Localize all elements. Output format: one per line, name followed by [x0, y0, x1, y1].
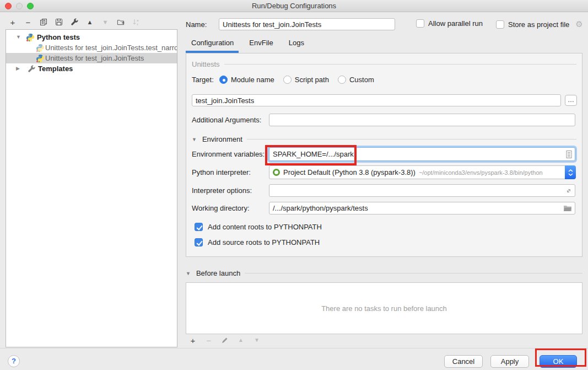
sort-alpha-icon: a z — [132, 18, 140, 26]
tree-item-unittests-jointests-selected[interactable]: Unittests for test_join.JoinTests — [6, 53, 177, 63]
cancel-button[interactable]: Cancel — [444, 355, 483, 368]
folder-icon[interactable] — [563, 205, 572, 212]
environment-variables-row: Environment variables: — [192, 147, 575, 161]
browse-module-button[interactable]: … — [565, 95, 577, 106]
new-folder-button[interactable] — [116, 18, 125, 26]
section-label: Environment — [202, 135, 242, 143]
remove-configuration-button[interactable]: − — [24, 18, 33, 26]
radio-module-name[interactable]: Module name — [219, 76, 274, 84]
empty-tasks-message: There are no tasks to run before launch — [321, 304, 447, 313]
folder-add-icon — [117, 18, 125, 26]
radio-button[interactable] — [338, 76, 346, 84]
radio-button[interactable] — [219, 76, 228, 84]
tree-item-python-tests[interactable]: ▼ Python tests — [6, 32, 177, 42]
working-directory-input[interactable] — [269, 202, 575, 215]
edit-templates-button[interactable] — [70, 18, 79, 26]
radio-label: Script path — [295, 76, 329, 84]
radio-label: Custom — [349, 76, 374, 84]
run-debug-configurations-dialog: Run/Debug Configurations + − ▲ ▼ — [0, 0, 588, 370]
minimize-button[interactable] — [16, 3, 23, 9]
move-task-up-button[interactable]: ▲ — [236, 336, 245, 345]
before-launch-header[interactable]: ▼ Before launch — [186, 269, 582, 277]
environment-section-header[interactable]: ▼ Environment — [192, 135, 576, 143]
close-button[interactable] — [5, 3, 12, 9]
additional-arguments-input[interactable] — [269, 114, 575, 126]
configurations-tree: ▼ Python tests Unittests for test_joi — [6, 29, 177, 347]
tab-envfile[interactable]: EnvFile — [249, 39, 273, 50]
tree-item-label: Templates — [38, 63, 73, 74]
save-configuration-button[interactable] — [55, 18, 63, 26]
tree-item-unittests-test-narrow[interactable]: Unittests for test_join.JoinTests.test_n… — [6, 42, 177, 53]
python-test-config-icon — [36, 53, 45, 63]
content-roots-checkbox[interactable]: Add content roots to PYTHONPATH — [195, 223, 322, 231]
environment-variables-input[interactable] — [269, 147, 575, 161]
gear-icon[interactable]: ⚙ — [575, 19, 582, 29]
tree-item-label: Unittests for test_join.JoinTests — [45, 53, 144, 63]
name-input[interactable] — [219, 18, 395, 30]
tree-item-label: Python tests — [37, 32, 80, 42]
sort-configurations-button[interactable]: a z — [132, 18, 141, 26]
source-roots-checkbox[interactable]: Add source roots to PYTHONPATH — [195, 238, 320, 246]
before-launch-tasks-list: There are no tasks to run before launch — [186, 282, 582, 334]
add-task-button[interactable]: + — [188, 336, 197, 345]
remove-task-button[interactable]: − — [204, 336, 213, 345]
checkbox-label: Add source roots to PYTHONPATH — [208, 238, 320, 246]
target-row: Target: Module name Script path Custom — [192, 76, 383, 84]
module-name-input[interactable] — [192, 94, 561, 106]
additional-arguments-row: Additional Arguments: — [192, 113, 575, 127]
edit-task-button[interactable] — [220, 336, 229, 345]
interpreter-options-input[interactable] — [269, 184, 575, 197]
move-task-down-button[interactable]: ▼ — [252, 336, 261, 345]
move-down-button[interactable]: ▼ — [101, 18, 110, 26]
tree-item-label: Unittests for test_join.JoinTests.test_n… — [45, 42, 177, 53]
save-icon — [55, 18, 63, 26]
tab-logs[interactable]: Logs — [289, 39, 304, 50]
checkbox-box[interactable] — [195, 223, 203, 231]
environment-variables-label: Environment variables: — [192, 150, 269, 158]
group-label: Unittests — [192, 60, 220, 68]
svg-text:a: a — [137, 19, 139, 22]
collapse-icon[interactable]: ▼ — [192, 137, 197, 142]
allow-parallel-run-checkbox[interactable]: Allow parallel run — [416, 19, 483, 28]
add-configuration-button[interactable]: + — [8, 18, 17, 26]
additional-arguments-label: Additional Arguments: — [192, 116, 269, 124]
python-tests-icon — [26, 32, 35, 42]
collapse-icon[interactable]: ▼ — [186, 271, 191, 276]
expand-icon[interactable]: ▶ — [16, 63, 20, 74]
checkbox-box[interactable] — [416, 19, 424, 28]
expand-collapse-icon[interactable]: ▼ — [16, 32, 21, 42]
ok-button[interactable]: OK — [540, 355, 577, 368]
apply-button[interactable]: Apply — [490, 355, 529, 368]
python-interpreter-select[interactable]: Project Default (Python 3.8 (pyspark-3.8… — [269, 165, 575, 179]
copy-configuration-button[interactable] — [39, 18, 48, 26]
tab-configuration[interactable]: Configuration — [191, 39, 234, 50]
chevron-up-down-icon[interactable] — [565, 165, 576, 179]
python-interpreter-label: Python interpreter: — [192, 168, 269, 176]
edit-variables-icon[interactable] — [566, 151, 572, 158]
store-as-project-file-checkbox[interactable]: Store as project file ⚙ — [496, 19, 583, 29]
unittests-group-header: Unittests — [192, 60, 576, 68]
interpreter-options-label: Interpreter options: — [192, 186, 269, 195]
interpreter-path: ~/opt/miniconda3/envs/pyspark-3.8/bin/py… — [419, 169, 543, 176]
radio-script-path[interactable]: Script path — [283, 76, 329, 84]
checkbox-box[interactable] — [496, 20, 504, 29]
expand-field-icon[interactable] — [565, 187, 572, 194]
divider — [245, 273, 582, 274]
configuration-panel: Unittests Target: Module name Script pat… — [186, 53, 582, 257]
title-bar: Run/Debug Configurations — [0, 0, 588, 12]
section-label: Before launch — [196, 269, 240, 277]
tab-bar: Configuration EnvFile Logs — [191, 39, 304, 50]
checkbox-box[interactable] — [195, 238, 203, 246]
radio-custom[interactable]: Custom — [338, 76, 374, 84]
working-directory-label: Working directory: — [192, 204, 269, 212]
tree-item-templates[interactable]: ▶ Templates — [6, 63, 177, 74]
svg-text:z: z — [137, 23, 138, 26]
move-up-button[interactable]: ▲ — [85, 18, 94, 26]
radio-button[interactable] — [283, 76, 292, 84]
interpreter-value: Project Default (Python 3.8 (pyspark-3.8… — [283, 168, 416, 176]
zoom-button[interactable] — [27, 3, 34, 9]
radio-label: Module name — [231, 76, 274, 84]
checkbox-label: Add content roots to PYTHONPATH — [208, 223, 322, 231]
help-button[interactable]: ? — [8, 355, 20, 367]
python-interpreter-row: Python interpreter: Project Default (Pyt… — [192, 165, 575, 179]
